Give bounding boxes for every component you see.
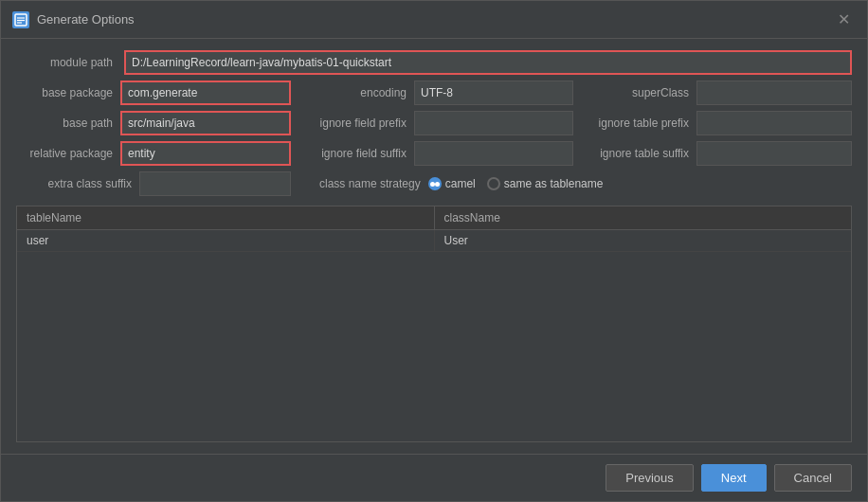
previous-button[interactable]: Previous	[606, 464, 694, 492]
encoding-section: encoding	[300, 81, 573, 105]
class-name-strategy-section: class name strategy camel same as tablen…	[300, 177, 852, 190]
encoding-input[interactable]	[414, 81, 573, 105]
extra-class-suffix-row: extra class suffix class name strategy c…	[16, 171, 852, 196]
relative-package-label: relative package	[16, 147, 120, 160]
close-button[interactable]: ✕	[832, 9, 856, 30]
ignore-table-prefix-input[interactable]	[696, 111, 852, 135]
base-package-input[interactable]	[120, 81, 291, 105]
base-path-section: base path	[16, 111, 300, 135]
base-package-section: base package	[16, 81, 300, 105]
title-bar-left: Generate Options	[12, 11, 135, 28]
same-as-tablename-radio-circle	[487, 177, 500, 190]
same-as-tablename-radio-label: same as tablename	[504, 177, 604, 190]
super-class-input[interactable]	[696, 81, 852, 105]
ignore-table-suffix-section: ignore table suffix	[573, 141, 852, 166]
base-package-label: base package	[16, 86, 120, 99]
ignore-field-prefix-section: ignore field prefix	[300, 111, 573, 135]
ignore-field-suffix-section: ignore field suffix	[300, 141, 573, 166]
encoding-label: encoding	[300, 86, 414, 99]
camel-radio-label: camel	[445, 177, 476, 190]
relative-package-section: relative package	[16, 141, 300, 166]
table-row: user User	[17, 230, 851, 252]
radio-group: camel same as tablename	[428, 177, 604, 190]
module-path-input[interactable]	[124, 50, 852, 75]
camel-radio[interactable]: camel	[428, 177, 476, 190]
base-package-row: base package encoding superClass	[16, 81, 852, 105]
table-body: user User	[17, 230, 851, 441]
same-as-tablename-radio[interactable]: same as tablename	[487, 177, 604, 190]
next-button[interactable]: Next	[701, 464, 767, 492]
ignore-field-prefix-input[interactable]	[414, 111, 573, 135]
module-path-label: module path	[16, 56, 120, 69]
title-bar: Generate Options ✕	[1, 1, 867, 39]
ignore-field-suffix-input[interactable]	[414, 141, 573, 166]
dialog-footer: Previous Next Cancel	[1, 454, 867, 501]
relative-package-input[interactable]	[120, 141, 291, 166]
dialog-icon	[12, 11, 29, 28]
cancel-button[interactable]: Cancel	[774, 464, 852, 492]
base-path-label: base path	[16, 117, 120, 130]
table-name-header: tableName	[17, 206, 435, 229]
ignore-field-prefix-label: ignore field prefix	[300, 117, 414, 130]
table-header: tableName className	[17, 206, 851, 230]
base-path-row: base path ignore field prefix ignore tab…	[16, 111, 852, 135]
camel-radio-circle	[428, 177, 442, 190]
extra-class-suffix-label: extra class suffix	[16, 177, 139, 190]
ignore-table-suffix-input[interactable]	[696, 141, 852, 166]
dialog-body: module path base package encoding superC…	[1, 39, 867, 454]
ignore-table-suffix-label: ignore table suffix	[573, 147, 696, 160]
module-path-row: module path	[16, 50, 852, 75]
ignore-table-prefix-label: ignore table prefix	[573, 117, 696, 130]
base-path-input[interactable]	[120, 111, 291, 135]
extra-class-suffix-input[interactable]	[139, 171, 291, 196]
dialog-title: Generate Options	[37, 12, 135, 27]
super-class-label: superClass	[573, 86, 696, 99]
extra-class-suffix-section: extra class suffix	[16, 171, 300, 196]
generate-options-dialog: Generate Options ✕ module path base pack…	[0, 0, 868, 502]
class-name-header: className	[435, 206, 852, 229]
table-name-cell: user	[17, 230, 435, 251]
class-name-cell: User	[435, 230, 852, 251]
class-table: tableName className user User	[16, 206, 852, 442]
ignore-field-suffix-label: ignore field suffix	[300, 147, 414, 160]
ignore-table-prefix-section: ignore table prefix	[573, 111, 852, 135]
relative-package-row: relative package ignore field suffix ign…	[16, 141, 852, 166]
class-name-strategy-label: class name strategy	[319, 177, 421, 190]
super-class-section: superClass	[573, 81, 852, 105]
